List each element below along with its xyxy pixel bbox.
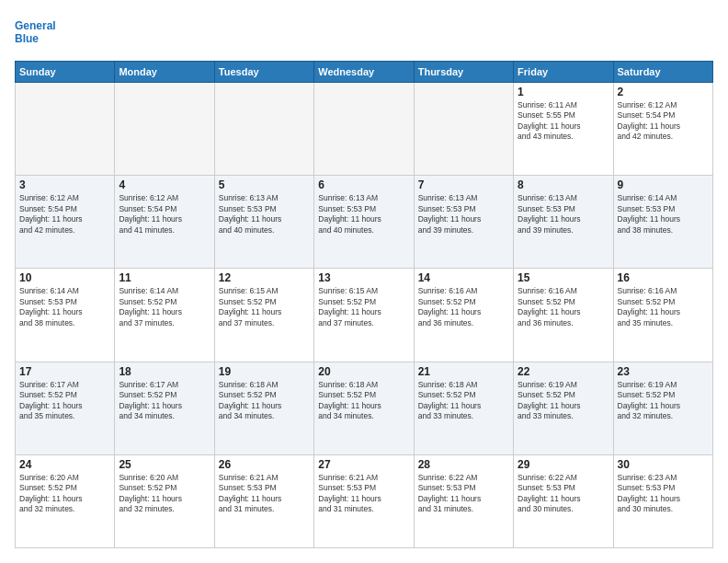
calendar-cell: 14Sunrise: 6:16 AM Sunset: 5:52 PM Dayli… [414,269,513,362]
day-number: 22 [518,365,609,378]
calendar-week-row: 1Sunrise: 6:11 AM Sunset: 5:55 PM Daylig… [16,83,713,176]
calendar-week-row: 10Sunrise: 6:14 AM Sunset: 5:53 PM Dayli… [16,269,713,362]
day-info: Sunrise: 6:23 AM Sunset: 5:53 PM Dayligh… [618,473,709,515]
calendar-cell [414,83,513,176]
day-info: Sunrise: 6:20 AM Sunset: 5:52 PM Dayligh… [19,473,110,515]
calendar-cell [214,83,313,176]
calendar-cell: 16Sunrise: 6:16 AM Sunset: 5:52 PM Dayli… [613,269,712,362]
day-info: Sunrise: 6:11 AM Sunset: 5:55 PM Dayligh… [518,100,609,143]
calendar-cell: 13Sunrise: 6:15 AM Sunset: 5:52 PM Dayli… [314,269,414,362]
day-info: Sunrise: 6:16 AM Sunset: 5:52 PM Dayligh… [618,286,709,328]
day-info: Sunrise: 6:13 AM Sunset: 5:53 PM Dayligh… [518,193,609,236]
calendar-weekday-tuesday: Tuesday [214,62,313,83]
day-number: 5 [219,178,310,191]
calendar-cell: 19Sunrise: 6:18 AM Sunset: 5:52 PM Dayli… [214,362,313,454]
day-number: 19 [219,365,310,378]
calendar-cell: 27Sunrise: 6:21 AM Sunset: 5:53 PM Dayli… [314,454,414,547]
day-number: 16 [618,271,709,284]
day-info: Sunrise: 6:17 AM Sunset: 5:52 PM Dayligh… [19,380,110,422]
calendar-week-row: 24Sunrise: 6:20 AM Sunset: 5:52 PM Dayli… [16,454,713,547]
day-number: 27 [318,458,409,471]
day-info: Sunrise: 6:14 AM Sunset: 5:53 PM Dayligh… [618,193,709,236]
calendar-cell: 20Sunrise: 6:18 AM Sunset: 5:52 PM Dayli… [314,362,414,454]
day-info: Sunrise: 6:18 AM Sunset: 5:52 PM Dayligh… [318,380,409,422]
calendar-cell: 9Sunrise: 6:14 AM Sunset: 5:53 PM Daylig… [613,176,712,269]
calendar-weekday-friday: Friday [514,62,613,83]
day-info: Sunrise: 6:21 AM Sunset: 5:53 PM Dayligh… [318,473,409,515]
calendar-cell: 22Sunrise: 6:19 AM Sunset: 5:52 PM Dayli… [514,362,613,454]
day-info: Sunrise: 6:13 AM Sunset: 5:53 PM Dayligh… [219,193,310,236]
day-number: 4 [119,178,210,191]
page: General Blue SundayMondayTuesdayWednesda… [0,0,728,563]
calendar-cell [16,83,115,176]
svg-text:Blue: Blue [15,32,39,45]
day-number: 10 [19,271,110,284]
svg-marker-2 [61,19,68,27]
day-info: Sunrise: 6:17 AM Sunset: 5:52 PM Dayligh… [119,380,210,422]
calendar-week-row: 17Sunrise: 6:17 AM Sunset: 5:52 PM Dayli… [16,362,713,454]
day-info: Sunrise: 6:16 AM Sunset: 5:52 PM Dayligh… [418,286,509,328]
day-number: 23 [618,365,709,378]
day-info: Sunrise: 6:22 AM Sunset: 5:53 PM Dayligh… [518,473,609,515]
day-number: 2 [618,86,709,98]
calendar-cell: 28Sunrise: 6:22 AM Sunset: 5:53 PM Dayli… [414,454,513,547]
calendar-cell: 5Sunrise: 6:13 AM Sunset: 5:53 PM Daylig… [214,176,313,269]
day-number: 14 [418,271,509,284]
logo-svg: General Blue [15,15,70,52]
calendar-week-row: 3Sunrise: 6:12 AM Sunset: 5:54 PM Daylig… [16,176,713,269]
calendar-cell: 7Sunrise: 6:13 AM Sunset: 5:53 PM Daylig… [414,176,513,269]
calendar-cell [115,83,214,176]
day-info: Sunrise: 6:20 AM Sunset: 5:52 PM Dayligh… [119,473,210,515]
calendar-header-row: SundayMondayTuesdayWednesdayThursdayFrid… [16,62,713,83]
calendar-weekday-monday: Monday [115,62,214,83]
header: General Blue [15,15,713,52]
day-number: 8 [518,178,609,191]
logo: General Blue [15,15,70,52]
day-number: 18 [119,365,210,378]
calendar-cell: 6Sunrise: 6:13 AM Sunset: 5:53 PM Daylig… [314,176,414,269]
day-number: 11 [119,271,210,284]
day-number: 3 [19,178,110,191]
day-number: 12 [219,271,310,284]
day-number: 26 [219,458,310,471]
svg-text:General: General [15,19,56,32]
calendar-cell: 24Sunrise: 6:20 AM Sunset: 5:52 PM Dayli… [16,454,115,547]
calendar-cell: 25Sunrise: 6:20 AM Sunset: 5:52 PM Dayli… [115,454,214,547]
day-number: 15 [518,271,609,284]
day-info: Sunrise: 6:12 AM Sunset: 5:54 PM Dayligh… [618,100,709,143]
day-info: Sunrise: 6:12 AM Sunset: 5:54 PM Dayligh… [119,193,210,236]
calendar-cell: 3Sunrise: 6:12 AM Sunset: 5:54 PM Daylig… [16,176,115,269]
calendar-cell: 26Sunrise: 6:21 AM Sunset: 5:53 PM Dayli… [214,454,313,547]
calendar-cell: 15Sunrise: 6:16 AM Sunset: 5:52 PM Dayli… [514,269,613,362]
day-info: Sunrise: 6:19 AM Sunset: 5:52 PM Dayligh… [618,380,709,422]
calendar-cell: 29Sunrise: 6:22 AM Sunset: 5:53 PM Dayli… [514,454,613,547]
calendar-cell: 11Sunrise: 6:14 AM Sunset: 5:52 PM Dayli… [115,269,214,362]
day-number: 7 [418,178,509,191]
day-info: Sunrise: 6:22 AM Sunset: 5:53 PM Dayligh… [418,473,509,515]
svg-marker-3 [64,17,70,24]
calendar-weekday-thursday: Thursday [414,62,513,83]
calendar-cell: 4Sunrise: 6:12 AM Sunset: 5:54 PM Daylig… [115,176,214,269]
day-number: 9 [618,178,709,191]
calendar-cell: 8Sunrise: 6:13 AM Sunset: 5:53 PM Daylig… [514,176,613,269]
calendar-cell: 17Sunrise: 6:17 AM Sunset: 5:52 PM Dayli… [16,362,115,454]
calendar-cell: 1Sunrise: 6:11 AM Sunset: 5:55 PM Daylig… [514,83,613,176]
day-info: Sunrise: 6:15 AM Sunset: 5:52 PM Dayligh… [318,286,409,328]
day-info: Sunrise: 6:18 AM Sunset: 5:52 PM Dayligh… [219,380,310,422]
day-number: 29 [518,458,609,471]
calendar-cell: 30Sunrise: 6:23 AM Sunset: 5:53 PM Dayli… [613,454,712,547]
day-number: 20 [318,365,409,378]
day-number: 24 [19,458,110,471]
day-info: Sunrise: 6:14 AM Sunset: 5:52 PM Dayligh… [119,286,210,328]
day-info: Sunrise: 6:18 AM Sunset: 5:52 PM Dayligh… [418,380,509,422]
calendar-table: SundayMondayTuesdayWednesdayThursdayFrid… [15,61,713,548]
day-info: Sunrise: 6:13 AM Sunset: 5:53 PM Dayligh… [418,193,509,236]
calendar-cell: 18Sunrise: 6:17 AM Sunset: 5:52 PM Dayli… [115,362,214,454]
day-number: 6 [318,178,409,191]
day-info: Sunrise: 6:14 AM Sunset: 5:53 PM Dayligh… [19,286,110,328]
day-number: 1 [518,86,609,98]
day-number: 28 [418,458,509,471]
calendar-cell: 2Sunrise: 6:12 AM Sunset: 5:54 PM Daylig… [613,83,712,176]
calendar-cell: 10Sunrise: 6:14 AM Sunset: 5:53 PM Dayli… [16,269,115,362]
calendar-cell: 23Sunrise: 6:19 AM Sunset: 5:52 PM Dayli… [613,362,712,454]
